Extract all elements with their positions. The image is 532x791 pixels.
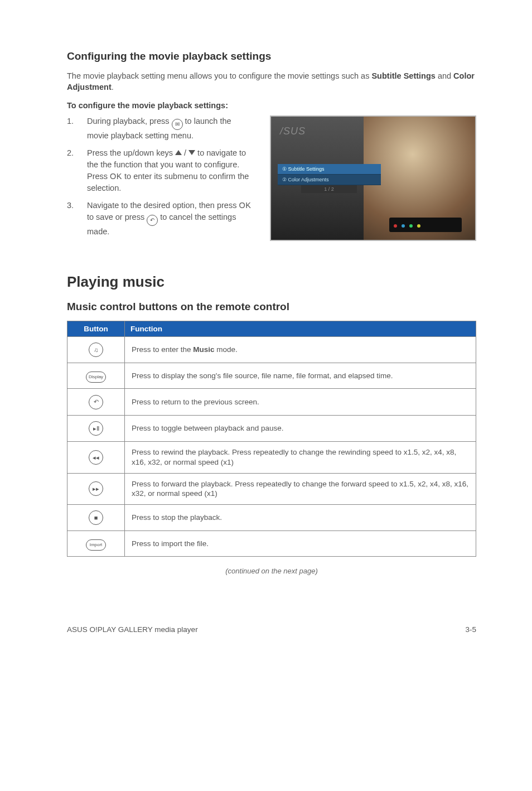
step-2a: Press the up/down keys [87,148,175,157]
row5-text: Press to forward the playback. Press rep… [125,473,476,504]
table-row: ▸Ⅱ Press to toggle between playback and … [67,415,476,442]
intro-post: . [112,83,114,91]
row4-text: Press to rewind the playback. Press repe… [125,442,476,473]
mock-logo: /SUS [280,126,306,137]
mock-row-color: ② Color Adjustments [278,175,381,185]
row0-pre: Press to enter the [132,345,193,354]
table-row: ■ Press to stop the playback. [67,504,476,531]
triangle-up-icon [175,150,182,155]
forward-icon: ▸▸ [89,481,103,496]
step-1: During playback, press ✉ to launch the m… [67,115,254,142]
heading-configure: Configuring the movie playback settings [67,50,476,62]
intro-paragraph: The movie playback setting menu allows y… [67,70,476,93]
th-button: Button [67,321,125,336]
mock-page-indicator: 1 / 2 [301,185,357,193]
music-note-icon: ♫ [89,343,103,357]
step-3: Navigate to the desired option, then pre… [67,200,254,238]
table-row: ↶ Press to return to the previous screen… [67,389,476,416]
table-row: Display Press to display the song's file… [67,363,476,389]
intro-b1: Subtitle Settings [371,71,435,80]
step-3a: Navigate to the desired option, then pre… [87,201,239,210]
heading-playing-music: Playing music [67,273,476,291]
import-button-icon: Import [86,539,106,551]
button-function-table: Button Function ♫ Press to enter the Mus… [67,321,476,557]
footer-left: ASUS O!PLAY GALLERY media player [67,625,198,634]
back-icon: ↶ [147,215,158,226]
continued-note: (continued on the next page) [67,567,476,575]
triangle-down-icon [188,150,195,155]
ok-glyph-2: OK [239,201,251,210]
mock-row-subtitle: ① Subtitle Settings [278,164,381,175]
intro-pre: The movie playback setting menu allows y… [67,71,371,80]
row0-post: mode. [215,345,238,354]
stop-icon: ■ [89,510,103,525]
intro-and: and [436,71,453,80]
table-row: Import Press to import the file. [67,531,476,557]
footer-right: 3-5 [465,625,476,634]
mock-progress-bar [389,218,462,232]
display-button-icon: Display [86,372,106,383]
play-pause-icon: ▸Ⅱ [89,421,103,436]
subhead-configure: To configure the movie playback settings… [67,101,476,110]
settings-screenshot: /SUS ① Subtitle Settings ② Color Adjustm… [270,115,476,243]
step-3b: to save or press [87,213,147,221]
step-2: Press the up/down keys / to navigate to … [67,147,254,194]
heading-music-controls: Music control buttons on the remote cont… [67,301,476,313]
envelope-icon: ✉ [172,119,183,130]
rewind-icon: ◂◂ [89,450,103,465]
row2-text: Press to return to the previous screen. [125,389,476,416]
step-2-slash: / [182,148,188,157]
ok-glyph-1: OK [110,172,122,181]
row1-text: Press to display the song's file source,… [125,363,476,389]
table-row: ♫ Press to enter the Music mode. [67,336,476,363]
row6-text: Press to stop the playback. [125,504,476,531]
row0-bold: Music [193,345,214,354]
row7-text: Press to import the file. [125,531,476,557]
back-icon: ↶ [89,395,103,409]
step-1a: During playback, press [87,117,172,126]
row3-text: Press to toggle between playback and pau… [125,415,476,442]
table-row: ▸▸ Press to forward the playback. Press … [67,473,476,504]
steps-list: During playback, press ✉ to launch the m… [67,115,254,238]
table-row: ◂◂ Press to rewind the playback. Press r… [67,442,476,473]
th-function: Function [125,321,476,336]
page-footer: ASUS O!PLAY GALLERY media player 3-5 [67,614,476,634]
